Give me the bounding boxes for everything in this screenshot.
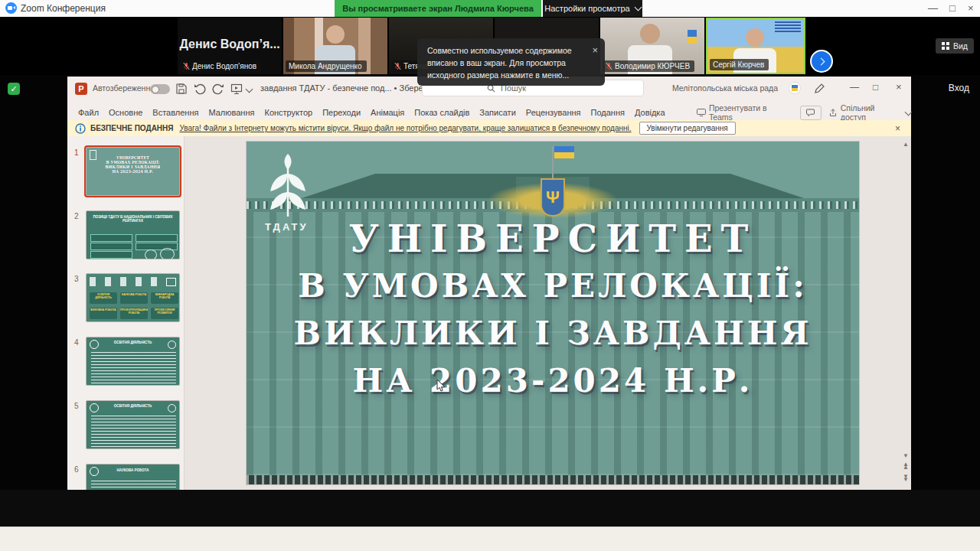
- ukraine-flag: [554, 146, 574, 158]
- chevron-right-icon: [817, 57, 825, 65]
- account-avatar[interactable]: [789, 82, 801, 94]
- left-black-margin: ✓: [0, 75, 67, 490]
- ribbon-tab-record[interactable]: Записати: [479, 108, 515, 117]
- thumb-stat-box: [90, 251, 132, 259]
- video-tile-serhii-active[interactable]: Сергій Кюрчев: [706, 18, 805, 74]
- undo-icon[interactable]: [194, 83, 206, 95]
- ribbon-tab-help[interactable]: Довідка: [635, 108, 665, 117]
- protected-view-title: БЕЗПЕЧНЕ ПОДАННЯ: [90, 124, 174, 132]
- video-tile-mykola[interactable]: Микола Андрущенко: [283, 18, 387, 74]
- participant-head: [326, 25, 345, 44]
- slide-thumbnail-4[interactable]: ОСВІТНЯ ДІЯЛЬНІСТЬ: [86, 337, 180, 386]
- slide-thumbnail-1[interactable]: УНІВЕРСИТЕТ В УМОВАХ РЕЛОКАЦІЇ: ВИКЛИКИ …: [86, 147, 180, 196]
- ppt-close-button[interactable]: ×: [896, 81, 902, 93]
- thumb-stat-box: [90, 234, 132, 242]
- slide-canvas[interactable]: Ψ ТДАТУ УНІВЕРСИТЕТ В УМОВАХ РЕЛОКАЦІЇ: …: [247, 142, 859, 484]
- protected-view-shield-icon: [75, 123, 86, 134]
- ppt-minimize-button[interactable]: —: [850, 82, 859, 93]
- slide-thumbnail-5[interactable]: ОСВІТНЯ ДІЯЛЬНІСТЬ: [86, 400, 180, 449]
- shared-content-notification: Совместно используемое содержимое вписан…: [417, 38, 605, 86]
- protected-view-message[interactable]: Увага! Файли з Інтернету можуть містити …: [180, 124, 632, 132]
- slide-thumbnail-6[interactable]: НАУКОВА РОБОТА: [86, 464, 180, 490]
- pen-mode-icon[interactable]: [813, 83, 825, 95]
- slide-number: 6: [74, 465, 79, 474]
- view-layout-button[interactable]: Вид: [936, 38, 974, 54]
- ribbon-tab-design[interactable]: Конструктор: [264, 108, 312, 117]
- slide-number: 4: [74, 338, 79, 347]
- muted-mic-icon: [606, 62, 612, 70]
- ribbon-tab-home[interactable]: Основне: [109, 108, 142, 117]
- thumb-stat-box: [136, 234, 178, 242]
- scroll-up-button[interactable]: ▲: [901, 141, 910, 148]
- present-in-teams-button[interactable]: Презентувати в Teams: [697, 103, 792, 122]
- video-strip: Денис Водоп’я... Денис Водоп’янов Микола…: [0, 17, 980, 75]
- ribbon-tab-view[interactable]: Подання: [591, 108, 625, 117]
- coat-of-arms: Ψ: [541, 178, 565, 217]
- save-icon[interactable]: [175, 83, 188, 95]
- window-minimize-button[interactable]: —: [928, 2, 938, 14]
- thumb-icons-row-decor: [90, 277, 166, 286]
- signin-button[interactable]: Вход: [949, 83, 969, 93]
- chevron-down-icon: [634, 4, 642, 11]
- participant-head: [746, 28, 764, 47]
- previous-slide-button[interactable]: ▲▲: [901, 463, 910, 469]
- teams-screen-icon: [697, 109, 706, 116]
- slide-number: 2: [74, 212, 79, 220]
- participant-name-label: Сергій Кюрчев: [710, 59, 769, 70]
- zoom-toolbar: Включить звук Начать видео 194 Участники…: [0, 490, 980, 527]
- tdatu-wheat-logo-icon: [266, 149, 309, 220]
- ribbon-tab-transitions[interactable]: Переходи: [322, 108, 361, 117]
- windows-taskbar: 56 321 µ W USD/PKR -0.16% РУС 13:36 01.0…: [0, 527, 980, 551]
- building-fence: [247, 475, 859, 484]
- muted-mic-icon: [183, 62, 190, 70]
- slide-thumbnail-panel: 1 УНІВЕРСИТЕТ В УМОВАХ РЕЛОКАЦІЇ: ВИКЛИК…: [67, 136, 185, 490]
- muted-mic-icon: [394, 62, 401, 70]
- window-close-button[interactable]: ×: [968, 2, 974, 14]
- slide-title-line4: НА 2023-2024 Н.Р.: [247, 357, 859, 405]
- next-participants-button[interactable]: [810, 50, 833, 73]
- notification-close-icon[interactable]: ×: [592, 43, 598, 58]
- slide-title-line1: УНІВЕРСИТЕТ: [247, 215, 859, 262]
- protected-view-close-icon[interactable]: ×: [895, 123, 900, 134]
- ribbon-tab-slideshow[interactable]: Показ слайдів: [414, 108, 469, 117]
- participant-head: [640, 24, 660, 44]
- next-slide-button[interactable]: ▼▼: [901, 475, 910, 481]
- quick-access-chevron-icon[interactable]: [246, 86, 253, 93]
- start-presentation-icon[interactable]: [230, 83, 243, 95]
- mouse-cursor: [436, 379, 447, 393]
- scroll-down-button[interactable]: ▼: [901, 452, 910, 459]
- redo-icon[interactable]: [212, 83, 224, 95]
- view-settings-button[interactable]: Настройки просмотра: [543, 0, 642, 17]
- powerpoint-window: P Автозбереження завдання ТДАТУ - безпеч…: [67, 77, 911, 490]
- account-name[interactable]: Мелітопольська міська рада: [672, 83, 778, 93]
- ukraine-flag-decor: [688, 30, 697, 44]
- slide-number: 3: [74, 275, 79, 283]
- slide-title-line2: В УМОВАХ РЕЛОКАЦІЇ:: [247, 262, 859, 310]
- autosave-label: Автозбереження: [93, 83, 155, 93]
- powerpoint-app-icon: P: [75, 83, 87, 95]
- tile-header-text-decor: [775, 21, 801, 32]
- window-maximize-button[interactable]: □: [949, 2, 956, 14]
- ribbon-tab-insert[interactable]: Вставлення: [152, 108, 198, 117]
- flag-pole: [552, 146, 554, 183]
- right-black-margin: Вход: [911, 75, 980, 490]
- slide-title: УНІВЕРСИТЕТ В УМОВАХ РЕЛОКАЦІЇ: ВИКЛИКИ …: [247, 215, 859, 405]
- slide-thumbnail-2[interactable]: ПОЗИЦІЇ ТДАТУ В НАЦІОНАЛЬНИХ І СВІТОВИХ …: [86, 210, 180, 259]
- ribbon-tab-review[interactable]: Рецензування: [526, 108, 581, 117]
- slide-thumbnail-3[interactable]: ОСВІТНЯ ДІЯЛЬНІСТЬ НАУКОВА РОБОТА МІЖНАР…: [86, 273, 180, 322]
- zoom-titlebar: Zoom Конференция Вы просматриваете экран…: [0, 0, 980, 17]
- autosave-toggle[interactable]: [150, 84, 170, 94]
- zoom-window-title: Zoom Конференция: [21, 3, 106, 14]
- ribbon-tab-animations[interactable]: Анімація: [371, 108, 404, 117]
- ppt-maximize-button[interactable]: □: [873, 82, 878, 93]
- share-button[interactable]: Спільний доступ: [829, 103, 911, 122]
- ribbon-tab-draw[interactable]: Малювання: [208, 108, 254, 117]
- video-tile-volodymyr[interactable]: Володимир КЮРЧЕВ: [600, 18, 704, 74]
- video-tile-denys[interactable]: Денис Водоп’я... Денис Водоп’янов: [178, 18, 282, 74]
- ribbon-tab-file[interactable]: Файл: [78, 108, 99, 117]
- comments-button[interactable]: [800, 106, 822, 120]
- screen: Zoom Конференция Вы просматриваете экран…: [0, 0, 980, 551]
- thumb-briefcase-icon: [166, 278, 176, 286]
- participant-name-label: Володимир КЮРЧЕВ: [603, 60, 694, 72]
- enable-editing-button[interactable]: Увімкнути редагування: [639, 122, 736, 135]
